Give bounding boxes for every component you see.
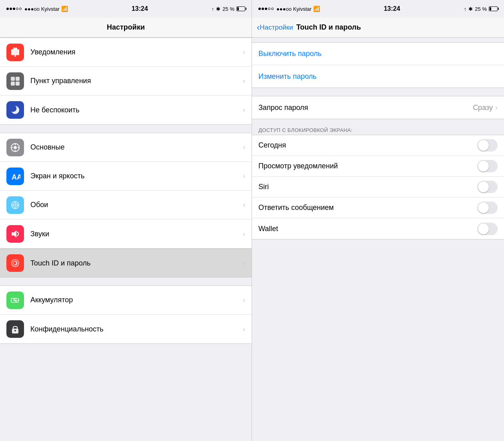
sounds-label: Звуки — [30, 230, 243, 238]
touchid-label: Touch ID и пароль — [30, 259, 243, 267]
display-icon: AA — [6, 168, 24, 185]
right-wifi-icon: 📶 — [313, 6, 320, 12]
right-indicators: ↑ ✱ 25 % — [464, 6, 498, 12]
left-nav-title: Настройки — [107, 23, 145, 32]
toggle-wallet-switch[interactable] — [477, 223, 498, 235]
row-sounds[interactable]: Звуки › — [0, 220, 252, 248]
right-gap-2 — [252, 88, 504, 96]
dot-3 — [13, 8, 15, 10]
toggle-notifications-view-knob — [478, 161, 489, 172]
privacy-label: Конфиденциальность — [30, 325, 243, 333]
svg-point-30 — [14, 330, 16, 331]
wallpaper-label: Обои — [30, 201, 243, 209]
row-battery[interactable]: Аккумулятор › — [0, 286, 252, 315]
svg-point-22 — [12, 259, 19, 267]
toggle-notifications-view-switch[interactable] — [477, 160, 498, 172]
dot-1 — [6, 8, 9, 10]
password-require-row[interactable]: Запрос пароля Сразу › — [252, 96, 504, 119]
right-nav-bar: ‹ Настройки Touch ID и пароль — [252, 18, 504, 38]
page-title: Touch ID и пароль — [296, 23, 361, 32]
battery-chevron: › — [243, 296, 245, 304]
wallpaper-svg — [10, 200, 20, 210]
toggle-section: Сегодня Просмотр уведомлений Siri Ответи… — [252, 135, 504, 239]
toggle-reply-knob — [478, 202, 489, 213]
toggle-row-reply: Ответить сообщением — [252, 198, 504, 218]
toggle-siri-switch[interactable] — [477, 181, 498, 193]
row-control[interactable]: Пункт управления › — [0, 67, 252, 96]
row-privacy[interactable]: Конфиденциальность › — [0, 315, 252, 343]
password-require-label: Запрос пароля — [258, 104, 473, 112]
password-require-section: Запрос пароля Сразу › — [252, 96, 504, 119]
toggle-row-wallet: Wallet — [252, 218, 504, 239]
back-button[interactable]: ‹ Настройки — [257, 22, 293, 33]
display-label: Экран и яркость — [30, 172, 243, 180]
toggle-reply-label: Ответить сообщением — [258, 204, 477, 212]
notifications-label: Уведомления — [30, 48, 243, 56]
svg-point-2 — [14, 55, 16, 57]
section-group3: Аккумулятор › Конфиденциальность › — [0, 285, 252, 344]
disable-password-row[interactable]: Выключить пароль — [252, 43, 504, 65]
left-battery-pct: 25 % — [222, 6, 234, 12]
notifications-icon — [6, 44, 24, 61]
left-indicators: ↑ ✱ 25 % — [212, 6, 245, 12]
right-gap-3 — [252, 119, 504, 124]
dnd-chevron: › — [243, 106, 245, 114]
display-chevron: › — [243, 172, 245, 180]
wallpaper-icon — [6, 196, 24, 214]
dot-4 — [16, 8, 18, 10]
toggle-siri-knob — [478, 182, 489, 192]
svg-marker-21 — [12, 230, 16, 237]
row-notifications[interactable]: Уведомления › — [0, 38, 252, 67]
password-links-section: Выключить пароль Изменить пароль — [252, 42, 504, 88]
change-password-label: Изменить пароль — [258, 72, 316, 81]
left-status-bar: ●●●oo Kyivstar 📶 13:24 ↑ ✱ 25 % — [0, 0, 252, 18]
right-dot-1 — [258, 8, 261, 10]
password-require-chevron: › — [495, 104, 498, 112]
general-chevron: › — [243, 143, 245, 152]
left-battery-icon — [236, 6, 245, 11]
privacy-svg — [10, 324, 20, 334]
battery-svg — [10, 295, 20, 305]
left-arrow-icon: ↑ — [212, 6, 214, 12]
right-carrier: ●●●oo Kyivstar 📶 — [258, 6, 320, 12]
notifications-svg — [10, 47, 20, 58]
toggle-row-notifications-view: Просмотр уведомлений — [252, 156, 504, 177]
left-bluetooth-icon: ✱ — [216, 6, 220, 12]
left-battery — [236, 6, 245, 11]
control-label: Пункт управления — [30, 77, 243, 85]
left-wifi-icon: 📶 — [61, 6, 68, 12]
right-content: Выключить пароль Изменить пароль Запрос … — [252, 38, 504, 441]
left-panel: ●●●oo Kyivstar 📶 13:24 ↑ ✱ 25 % Настройк… — [0, 0, 252, 441]
dnd-svg — [10, 105, 20, 115]
row-dnd[interactable]: Не беспокоить › — [0, 96, 252, 124]
touchid-svg — [10, 258, 20, 268]
toggle-today-switch[interactable] — [477, 139, 498, 152]
touchid-chevron: › — [243, 259, 245, 267]
dnd-icon — [6, 101, 24, 119]
wallpaper-chevron: › — [243, 201, 245, 209]
svg-point-16 — [14, 204, 16, 206]
right-battery-container — [489, 6, 498, 11]
toggle-reply-switch[interactable] — [477, 202, 498, 214]
right-dot-2 — [262, 8, 264, 10]
left-nav-bar: Настройки — [0, 18, 252, 38]
change-password-row[interactable]: Изменить пароль — [252, 65, 504, 88]
dnd-label: Не беспокоить — [30, 106, 243, 114]
back-chevron-icon: ‹ — [257, 22, 260, 33]
right-dot-3 — [265, 8, 267, 10]
right-arrow-icon: ↑ — [464, 6, 467, 12]
row-wallpaper[interactable]: Обои › — [0, 191, 252, 220]
left-time: 13:24 — [132, 5, 148, 12]
password-require-value: Сразу — [473, 104, 493, 112]
row-touchid[interactable]: Touch ID и пароль › — [0, 249, 252, 277]
svg-rect-0 — [11, 49, 19, 55]
signal-dots — [6, 8, 22, 10]
row-general[interactable]: Основные › — [0, 133, 252, 162]
sounds-svg — [10, 229, 20, 239]
general-svg — [10, 142, 20, 153]
svg-rect-3 — [11, 77, 15, 81]
right-dot-4 — [268, 8, 270, 10]
battery-icon — [6, 291, 24, 309]
row-display[interactable]: AA Экран и яркость › — [0, 162, 252, 191]
svg-rect-4 — [16, 77, 20, 81]
